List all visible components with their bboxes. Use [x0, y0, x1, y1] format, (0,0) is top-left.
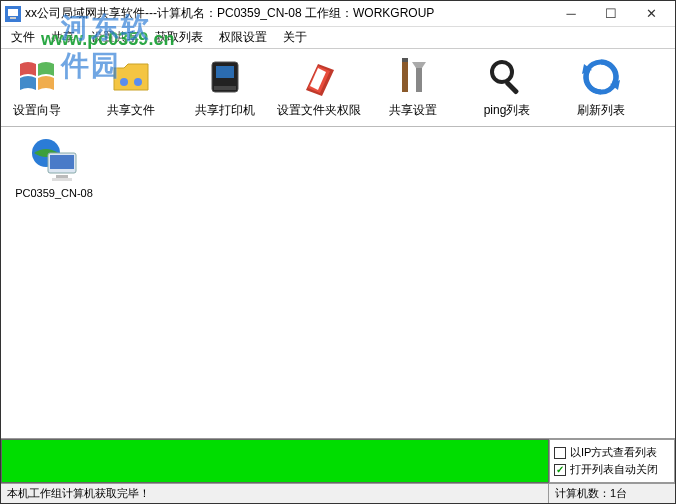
toolbar: 设置向导 共享文件 共享打印机 设置文件夹权限 共享设置 ping列表 刷新 — [1, 49, 675, 127]
tool-share-file[interactable]: 共享文件 — [103, 56, 159, 119]
app-icon — [5, 6, 21, 22]
bottom-panel: 以IP方式查看列表 打开列表自动关闭 — [1, 438, 675, 483]
menu-share[interactable]: 共享 — [45, 27, 81, 48]
menu-set-share[interactable]: 设置共享 — [85, 27, 145, 48]
minimize-button[interactable]: ─ — [551, 2, 591, 26]
tool-folder-permission[interactable]: 设置文件夹权限 — [291, 56, 347, 119]
tool-share-settings[interactable]: 共享设置 — [385, 56, 441, 119]
book-icon — [298, 56, 340, 98]
printer-icon — [204, 56, 246, 98]
computer-item[interactable]: PC0359_CN-08 — [9, 135, 99, 199]
menu-file[interactable]: 文件 — [5, 27, 41, 48]
menu-get-list[interactable]: 获取列表 — [149, 27, 209, 48]
status-bar: 本机工作组计算机获取完毕！ 计算机数：1台 — [1, 483, 675, 503]
menu-bar: 文件 共享 设置共享 获取列表 权限设置 关于 — [1, 27, 675, 49]
status-count: 计算机数：1台 — [549, 484, 675, 503]
option-auto-close[interactable]: 打开列表自动关闭 — [554, 462, 670, 477]
svg-rect-6 — [216, 66, 234, 78]
window-title: xx公司局域网共享软件---计算机名：PC0359_CN-08 工作组：WORK… — [25, 5, 551, 22]
tool-ping-list[interactable]: ping列表 — [479, 56, 535, 119]
menu-permission[interactable]: 权限设置 — [213, 27, 273, 48]
windows-logo-icon — [16, 56, 58, 98]
maximize-button[interactable]: ☐ — [591, 2, 631, 26]
tools-icon — [392, 56, 434, 98]
refresh-icon — [580, 56, 622, 98]
svg-rect-14 — [50, 155, 74, 169]
computer-globe-icon — [28, 135, 80, 183]
title-bar: xx公司局域网共享软件---计算机名：PC0359_CN-08 工作组：WORK… — [1, 1, 675, 27]
tool-refresh-list[interactable]: 刷新列表 — [573, 56, 629, 119]
magnifier-icon — [486, 56, 528, 98]
folder-share-icon — [110, 56, 152, 98]
svg-rect-16 — [52, 178, 72, 181]
tool-setup-wizard[interactable]: 设置向导 — [9, 56, 65, 119]
svg-rect-1 — [8, 9, 18, 16]
option-view-by-ip[interactable]: 以IP方式查看列表 — [554, 445, 670, 460]
window-controls: ─ ☐ ✕ — [551, 2, 671, 26]
tool-share-printer[interactable]: 共享打印机 — [197, 56, 253, 119]
checkbox-icon — [554, 447, 566, 459]
svg-point-10 — [492, 62, 512, 82]
svg-rect-8 — [402, 62, 408, 92]
svg-point-3 — [120, 78, 128, 86]
progress-bar — [1, 439, 549, 483]
checkbox-checked-icon — [554, 464, 566, 476]
svg-rect-7 — [214, 86, 236, 90]
svg-rect-11 — [504, 80, 519, 95]
status-message: 本机工作组计算机获取完毕！ — [1, 484, 549, 503]
content-area: PC0359_CN-08 — [1, 127, 675, 433]
options-panel: 以IP方式查看列表 打开列表自动关闭 — [549, 439, 675, 483]
close-button[interactable]: ✕ — [631, 2, 671, 26]
svg-rect-2 — [10, 17, 16, 19]
menu-about[interactable]: 关于 — [277, 27, 313, 48]
svg-rect-15 — [56, 175, 68, 178]
svg-point-4 — [134, 78, 142, 86]
